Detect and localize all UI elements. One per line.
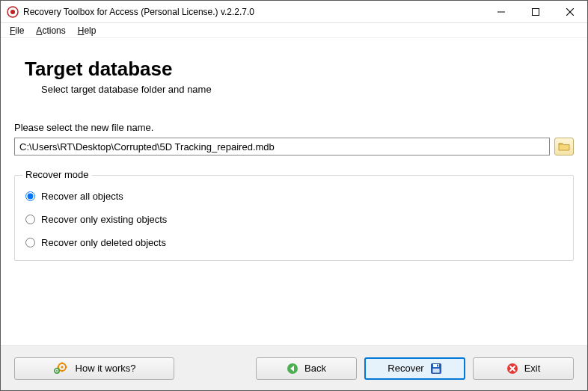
radio-recover-all-input[interactable]: [25, 191, 35, 201]
svg-rect-18: [432, 369, 439, 373]
folder-icon: [558, 141, 570, 152]
minimize-button[interactable]: [484, 1, 518, 23]
maximize-button[interactable]: [518, 1, 553, 23]
menu-help[interactable]: Help: [72, 24, 102, 37]
recover-button[interactable]: Recover: [364, 357, 465, 380]
file-row: [14, 138, 574, 156]
page-title: Target database: [25, 58, 574, 81]
app-icon: [7, 6, 19, 18]
menu-file-rest: ile: [15, 25, 24, 36]
how-it-works-label: How it works?: [76, 363, 136, 374]
file-prompt: Please select the new file name.: [14, 122, 574, 133]
menubar: File Actions Help: [1, 23, 587, 38]
back-label: Back: [304, 363, 326, 374]
exit-label: Exit: [524, 363, 541, 374]
recover-mode-legend: Recover mode: [22, 169, 92, 180]
how-it-works-button[interactable]: How it works?: [14, 357, 174, 380]
titlebar: Recovery Toolbox for Access (Personal Li…: [1, 1, 587, 23]
radio-recover-deleted-label: Recover only deleted objects: [41, 237, 166, 248]
radio-recover-deleted[interactable]: Recover only deleted objects: [25, 237, 564, 248]
recover-label: Recover: [388, 363, 423, 374]
radio-recover-all[interactable]: Recover all objects: [25, 191, 564, 202]
content-area: Target database Select target database f…: [1, 38, 587, 345]
recover-mode-group: Recover mode Recover all objects Recover…: [14, 175, 574, 261]
exit-button[interactable]: Exit: [473, 357, 574, 380]
svg-point-7: [61, 366, 63, 368]
window-controls: [484, 1, 587, 22]
menu-actions-rest: ctions: [42, 25, 65, 36]
gear-icon: [53, 361, 70, 376]
button-bar: How it works? Back Recover Exit: [1, 345, 587, 390]
close-button[interactable]: [553, 1, 587, 23]
save-disk-icon: [430, 363, 442, 375]
radio-recover-existing[interactable]: Recover only existing objects: [25, 214, 564, 225]
arrow-left-icon: [287, 363, 298, 375]
svg-rect-17: [437, 364, 438, 366]
radio-recover-existing-input[interactable]: [25, 215, 35, 224]
menu-actions[interactable]: Actions: [30, 24, 71, 37]
browse-button[interactable]: [554, 138, 574, 156]
menu-help-rest: elp: [84, 25, 96, 36]
page-subtitle: Select target database folder and name: [41, 84, 574, 95]
exit-icon: [506, 363, 518, 375]
app-window: Recovery Toolbox for Access (Personal Li…: [0, 0, 588, 391]
menu-file[interactable]: File: [4, 24, 30, 37]
file-path-input[interactable]: [14, 138, 550, 156]
radio-recover-all-label: Recover all objects: [41, 191, 123, 202]
svg-rect-3: [533, 9, 539, 16]
radio-recover-deleted-input[interactable]: [25, 238, 35, 247]
svg-point-13: [56, 370, 58, 372]
back-button[interactable]: Back: [256, 357, 357, 380]
radio-recover-existing-label: Recover only existing objects: [41, 214, 167, 225]
window-title: Recovery Toolbox for Access (Personal Li…: [23, 7, 484, 17]
svg-point-1: [10, 10, 15, 14]
